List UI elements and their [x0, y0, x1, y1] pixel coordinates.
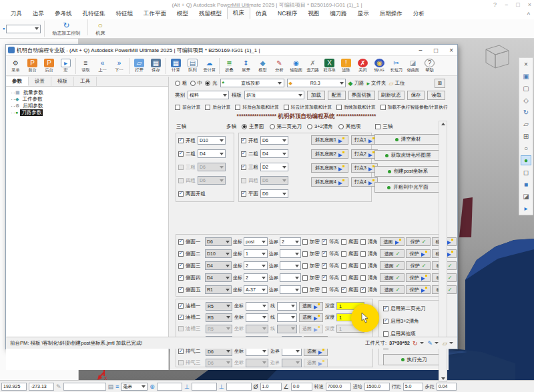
ribbon-tab-工作平面[interactable]: 工作平面	[138, 9, 172, 19]
calc-check-转云计算加载和计算-box[interactable]	[284, 105, 289, 110]
page-radio-第二页光刀-dot[interactable]	[270, 124, 275, 129]
groove-油槽三-check[interactable]: 油槽三	[178, 325, 204, 332]
side-侧面一-保护-button[interactable]: 保护✓	[406, 237, 431, 246]
ribbon-tab-特征组[interactable]: 特征组	[111, 9, 139, 19]
action-button-1[interactable]: 清空素材	[374, 134, 441, 145]
side-侧面二-tool-select[interactable]: D10	[205, 249, 232, 258]
side-侧面四-清角-check-box[interactable]	[360, 275, 366, 281]
multi-axis-三粗-tool-select[interactable]: D2	[260, 163, 288, 171]
groove-油槽二-coord-select[interactable]	[246, 313, 268, 322]
angle-icon[interactable]: ∠	[284, 383, 289, 390]
side-侧面一-coord-select[interactable]: post	[244, 237, 268, 246]
iso-cube-icon[interactable]: ◇	[521, 95, 531, 105]
side-侧面四-tool-select[interactable]: D4	[205, 273, 232, 282]
option-check-启用其他项-box[interactable]	[383, 331, 388, 337]
close-icon[interactable]: ×	[528, 1, 531, 9]
solid-cube-icon[interactable]: ■	[521, 179, 531, 189]
page-update-icon[interactable]: ▱	[521, 119, 531, 129]
side-侧面四-check-box[interactable]	[178, 275, 184, 281]
calc-check-转云计算加载和计算[interactable]: 转云计算加载和计算	[284, 104, 332, 111]
groove-油槽三-select-button[interactable]: 选面	[299, 325, 323, 333]
queue-button[interactable]: ▤队列	[184, 59, 201, 73]
analyze-button[interactable]: ✎分析	[271, 59, 288, 73]
page-radio-3+2清角-dot[interactable]	[307, 124, 312, 129]
tree-item[interactable]: ⚙后期参数	[10, 103, 168, 109]
side-侧面五-check-box[interactable]	[178, 287, 184, 293]
side-侧面四-check[interactable]: 侧面四	[178, 275, 204, 281]
side-侧面三-选面-button[interactable]: 选面✓	[380, 261, 405, 270]
finish-radio-粗[interactable]: 粗	[175, 80, 188, 87]
panel-tab-参数[interactable]: 参数	[6, 77, 29, 86]
side-侧面四-选面-button[interactable]: 选面✓	[380, 273, 405, 282]
ribbon-tab-机床[interactable]: 机床	[227, 7, 250, 19]
multi-axis-三粗-check[interactable]: 三粗	[241, 164, 258, 171]
multi-axis-平面-check-box[interactable]	[241, 191, 246, 197]
toolpath-button[interactable]: ◆刀路	[348, 80, 364, 87]
ribbon-tab-刀具[interactable]: 刀具	[5, 9, 27, 19]
option-check-启用其他项[interactable]: 启用其他项	[383, 331, 416, 337]
dialog-maximize-icon[interactable]: □	[434, 47, 438, 54]
both-side-rough-check[interactable]: 两面开粗	[178, 191, 206, 197]
coordinate-input[interactable]	[63, 383, 106, 391]
background-macro-button[interactable]: P后台	[41, 59, 57, 73]
maximize-icon[interactable]: □	[516, 1, 519, 9]
side-侧面五-等高-check-box[interactable]	[322, 287, 327, 293]
side-侧面三-保护-button[interactable]: 保护✓	[406, 261, 431, 270]
option-check-启用3+2清角-box[interactable]	[383, 319, 388, 324]
long-short-tool-button[interactable]: ✂长短刀	[388, 59, 405, 73]
expand-button[interactable]: ⇕展开	[238, 59, 254, 73]
quick-access-combo[interactable]: ▪	[3, 25, 41, 33]
side-侧面一-爬面-check[interactable]: 爬面	[341, 239, 359, 245]
view-cube[interactable]	[479, 40, 513, 72]
side-侧面三-coord-select[interactable]: 2	[244, 261, 268, 270]
side-侧面一-加密-check[interactable]: 加密	[302, 239, 320, 245]
ribbon-tab-参考线[interactable]: 参考线	[49, 9, 77, 19]
screen-view-icon[interactable]: ▣	[521, 71, 531, 81]
rowb-button-保存[interactable]: 保存	[407, 91, 425, 100]
strategy-select[interactable]: *直线投影	[220, 79, 284, 87]
ribbon-tab-后期操作[interactable]: 后期操作	[374, 9, 408, 19]
side-侧面二-保护-button[interactable]: 保护	[406, 249, 431, 258]
dialog-minimize-icon[interactable]: −	[419, 47, 423, 54]
tree-item[interactable]: ●刀路参数	[10, 109, 168, 116]
ribbon-tab-模型[interactable]: 模型	[172, 9, 194, 19]
groove-排气二-check-box[interactable]	[178, 349, 184, 354]
side-侧面一-等高-check[interactable]: 等高	[322, 239, 340, 245]
side-侧面四-爬面-check[interactable]: 爬面	[341, 275, 359, 281]
side-侧面一-清角-check-box[interactable]	[360, 239, 366, 245]
calc-check-后续加载和计算-box[interactable]	[336, 105, 342, 110]
finish-radio-中-dot[interactable]	[190, 81, 196, 86]
side-侧面三-等高-check[interactable]: 等高	[322, 263, 340, 269]
side-侧面五-等高-check[interactable]: 等高	[322, 287, 340, 293]
ribbon-tab-显示[interactable]: 显示	[352, 9, 374, 19]
rowb-button-界面切换[interactable]: 界面切换	[348, 91, 375, 100]
side-侧面五-加密-check-box[interactable]	[302, 287, 308, 293]
close-panel-icon[interactable]: ×	[521, 59, 531, 69]
spindle-speed-field[interactable]: 7000.0	[326, 383, 351, 391]
hole-bottom-button-2[interactable]: 斜孔底面2	[311, 149, 348, 159]
calc-check-前台计算[interactable]: 前台计算	[175, 104, 200, 111]
side-侧面二-等高-check[interactable]: 等高	[322, 251, 340, 257]
tool-sliders-icon[interactable]: ≡	[115, 383, 119, 390]
ribbon-tab-边界[interactable]: 边界	[27, 9, 49, 19]
calc-button[interactable]: ▦计算	[168, 59, 184, 73]
groove-油槽三-check-box[interactable]	[178, 326, 184, 331]
side-侧面二-爬面-check-box[interactable]	[341, 251, 346, 257]
read-button[interactable]: ≡读取	[77, 59, 94, 73]
aux-surface-button[interactable]: ◉辅助面	[288, 59, 304, 73]
diameter-icon[interactable]: Ø	[254, 383, 258, 390]
side-侧面二-check-box[interactable]	[178, 251, 184, 257]
multi-axis-四粗-check-box[interactable]	[241, 178, 246, 183]
action-button-2[interactable]: 获取虎钳毛坯图层	[374, 150, 441, 161]
side-侧面二-check[interactable]: 侧面二	[178, 251, 204, 257]
finish-radio-中[interactable]: 中	[190, 80, 203, 87]
wireframe-cube-icon[interactable]: ▢	[521, 83, 531, 93]
template-select[interactable]: 斜顶	[244, 91, 304, 99]
groove-排气三-select-button[interactable]: 选面	[304, 359, 328, 367]
side-侧面五-保护-button[interactable]: 保护	[406, 285, 431, 294]
multi-axis-平面-check[interactable]: 平面	[241, 191, 258, 197]
calc-check-前台计算-box[interactable]	[175, 105, 180, 110]
side-侧面四-保护-button[interactable]: 保护	[406, 273, 431, 282]
side-侧面四-爬面-check-box[interactable]	[341, 275, 346, 281]
three-axis-mode-check[interactable]: 三轴	[375, 123, 392, 130]
